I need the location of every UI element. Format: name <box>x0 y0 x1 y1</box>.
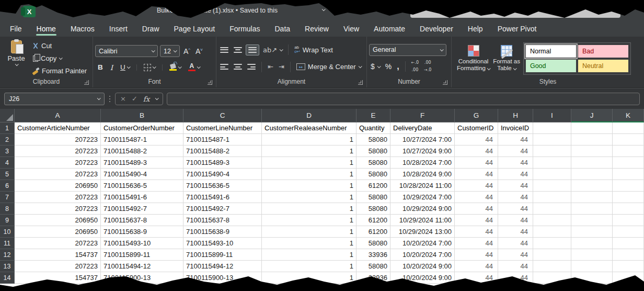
cell-H7[interactable]: 44 <box>498 192 533 203</box>
cell-C7[interactable]: 7100115491-6 <box>183 192 262 203</box>
cell-K8[interactable] <box>613 203 644 215</box>
cell-A12[interactable]: 154737 <box>15 249 101 261</box>
row-header-11[interactable]: 11 <box>0 238 15 249</box>
cell-B11[interactable]: 7100115493-10 <box>101 238 183 249</box>
column-header-C[interactable]: C <box>183 109 262 122</box>
cell-H2[interactable]: 44 <box>498 134 533 146</box>
cell-H12[interactable]: 44 <box>498 249 533 261</box>
cell-B7[interactable]: 7100115491-6 <box>101 192 183 203</box>
borders-chevron-icon[interactable] <box>153 65 156 69</box>
cell-F5[interactable]: 10/28/2024 9:00 <box>390 169 455 180</box>
cell-H5[interactable]: 44 <box>498 169 533 180</box>
tab-power-pivot[interactable]: Power Pivot <box>497 21 537 37</box>
cell-D2[interactable]: 1 <box>262 134 356 146</box>
cell-A6[interactable]: 206950 <box>15 180 101 192</box>
column-header-K[interactable]: K <box>613 109 644 122</box>
cell-K11[interactable] <box>613 238 644 249</box>
column-header-E[interactable]: E <box>356 109 390 122</box>
excel-logo-icon[interactable]: X <box>23 6 36 17</box>
copy-button[interactable]: Copy <box>30 52 88 65</box>
row-header-13[interactable]: 13 <box>0 261 15 272</box>
font-size-select[interactable]: 12 <box>160 45 180 57</box>
cell-E3[interactable]: 58080 <box>356 146 390 157</box>
cell-F2[interactable]: 10/27/2024 7:00 <box>390 134 455 146</box>
cell-H6[interactable]: 44 <box>498 180 533 192</box>
cell-H14[interactable]: 44 <box>498 272 533 284</box>
merge-center-chevron-icon[interactable] <box>358 64 362 68</box>
cell-D8[interactable]: 1 <box>262 203 356 215</box>
cell-J14[interactable] <box>571 272 613 284</box>
borders-button[interactable] <box>141 64 158 71</box>
column-header-G[interactable]: G <box>455 109 498 122</box>
cell-K13[interactable] <box>613 261 644 272</box>
currency-format-button[interactable]: $ <box>369 60 382 73</box>
cell-E5[interactable]: 58080 <box>356 169 390 180</box>
tab-developer[interactable]: Developer <box>419 21 454 37</box>
increase-decimal-button[interactable]: ←.0.00 <box>410 60 420 73</box>
cell-C9[interactable]: 7100115637-8 <box>183 215 262 226</box>
cell-J9[interactable] <box>571 215 613 226</box>
merge-center-button[interactable]: ↔Merge & Center <box>295 61 363 73</box>
formula-bar-resize-handle[interactable] <box>108 96 111 102</box>
row-header-14[interactable]: 14 <box>0 272 15 284</box>
cell-C14[interactable]: 7100115900-13 <box>183 272 262 284</box>
cell-K7[interactable] <box>613 192 644 203</box>
cell-A4[interactable]: 207223 <box>15 157 101 169</box>
font-color-button[interactable]: A <box>186 63 202 71</box>
cell-D10[interactable]: 1 <box>262 226 356 238</box>
tab-draw[interactable]: Draw <box>142 21 160 37</box>
column-header-H[interactable]: H <box>498 109 533 122</box>
cell-F1[interactable]: DeliveryDate <box>390 122 455 134</box>
cell-K4[interactable] <box>613 157 644 169</box>
cell-J5[interactable] <box>571 169 613 180</box>
cell-I4[interactable] <box>533 157 571 169</box>
cell-K1[interactable] <box>613 122 644 134</box>
column-header-B[interactable]: B <box>101 109 183 122</box>
cell-F4[interactable]: 10/28/2024 7:00 <box>390 157 455 169</box>
decrease-font-size-button[interactable]: Av <box>194 47 204 55</box>
cell-K12[interactable] <box>613 249 644 261</box>
orientation-button[interactable]: ab↗ <box>261 43 284 56</box>
search-box[interactable] <box>410 4 620 18</box>
cell-I10[interactable] <box>533 226 571 238</box>
bold-button[interactable]: B <box>95 63 106 71</box>
decrease-decimal-button[interactable]: .00→.0 <box>422 60 433 73</box>
cell-D4[interactable]: 1 <box>262 157 356 169</box>
fill-color-button[interactable] <box>167 64 183 71</box>
cell-E6[interactable]: 61200 <box>356 180 390 192</box>
increase-font-size-button[interactable]: A^ <box>182 47 192 55</box>
cell-H8[interactable]: 44 <box>498 203 533 215</box>
cell-I7[interactable] <box>533 192 571 203</box>
alignment-dialog-launcher-icon[interactable] <box>358 80 363 85</box>
style-neutral[interactable]: Neutral <box>578 60 628 72</box>
cell-G3[interactable]: 44 <box>455 146 498 157</box>
row-header-5[interactable]: 5 <box>0 169 15 180</box>
tab-macros[interactable]: Macros <box>70 21 95 37</box>
cell-K6[interactable] <box>613 180 644 192</box>
row-header-12[interactable]: 12 <box>0 249 15 261</box>
row-header-3[interactable]: 3 <box>0 146 15 157</box>
cell-C5[interactable]: 7100115490-4 <box>183 169 262 180</box>
cell-G14[interactable]: 44 <box>455 272 498 284</box>
style-bad[interactable]: Bad <box>578 45 628 58</box>
cell-J7[interactable] <box>571 192 613 203</box>
underline-chevron-icon[interactable] <box>127 65 131 69</box>
cell-B3[interactable]: 7100115488-2 <box>101 146 183 157</box>
cell-E1[interactable]: Quantity <box>356 122 390 134</box>
cell-H13[interactable]: 44 <box>498 261 533 272</box>
align-left-button[interactable] <box>218 61 230 73</box>
cell-A8[interactable]: 207223 <box>15 203 101 215</box>
tab-page-layout[interactable]: Page Layout <box>174 21 216 37</box>
cell-E7[interactable]: 58080 <box>356 192 390 203</box>
cell-I6[interactable] <box>533 180 571 192</box>
bottom-align-button[interactable] <box>246 44 259 55</box>
cell-K9[interactable] <box>613 215 644 226</box>
cell-D7[interactable]: 1 <box>262 192 356 203</box>
cell-J3[interactable] <box>571 146 613 157</box>
cell-B9[interactable]: 7100115637-8 <box>101 215 183 226</box>
row-header-7[interactable]: 7 <box>0 192 15 203</box>
cell-D3[interactable]: 1 <box>262 146 356 157</box>
cell-I9[interactable] <box>533 215 571 226</box>
cell-I1[interactable] <box>533 122 571 134</box>
cell-C4[interactable]: 7100115489-3 <box>183 157 262 169</box>
